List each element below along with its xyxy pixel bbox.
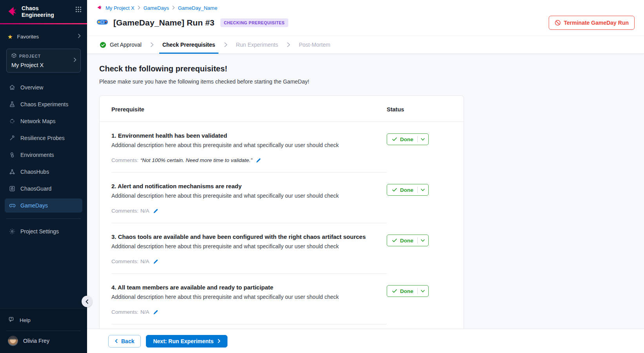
status-label: Done [400, 187, 413, 193]
sidebar-item-chaosguard[interactable]: ChaosGuard [5, 182, 82, 196]
table-header: Prerequisite Status [100, 96, 464, 122]
status-done-button[interactable]: Done [387, 184, 429, 196]
footer-actions: Back Next: Run Experiments [87, 329, 644, 353]
check-icon [392, 137, 397, 141]
chevron-down-icon[interactable] [421, 239, 425, 242]
sidebar-item-network-maps[interactable]: Network Maps [5, 114, 82, 128]
sidebar-item-project-settings[interactable]: Project Settings [5, 224, 82, 238]
sidebar-item-label: GameDays [20, 202, 48, 209]
probe-icon [9, 135, 16, 141]
comment-text: N/A [140, 258, 149, 264]
sidebar-collapse-button[interactable] [82, 296, 92, 307]
chevron-down-icon[interactable] [421, 290, 425, 293]
edit-comment-icon[interactable] [153, 259, 158, 264]
chevron-down-icon[interactable] [421, 189, 425, 191]
project-name: My Project X [11, 62, 73, 68]
help-label: Help [20, 317, 31, 323]
sidebar-item-chaos-experiments[interactable]: Chaos Experiments [5, 97, 82, 111]
status-label: Done [400, 136, 413, 142]
prerequisite-description: Additional description here about this p… [111, 142, 387, 148]
table-body: 1. Environment health has been validated… [100, 122, 464, 324]
content-subheading: Please make sure you have the following … [99, 78, 644, 85]
flask-icon [9, 101, 16, 107]
button-divider [417, 187, 418, 193]
chevron-right-icon [150, 42, 154, 47]
sidebar-item-label: Resilience Probes [20, 135, 65, 141]
comments-line: Comments:N/A [111, 309, 387, 315]
chevron-right-icon [172, 5, 175, 11]
run-stepper-tabs: Get ApprovalCheck PrerequisitesRun Exper… [87, 36, 644, 54]
user-menu[interactable]: Olivia Frey [0, 335, 87, 348]
sidebar-divider [6, 331, 81, 331]
sidebar-item-chaoshubs[interactable]: ChaosHubs [5, 165, 82, 179]
project-selector[interactable]: PROJECT My Project X [6, 49, 81, 73]
status-done-button[interactable]: Done [387, 285, 429, 297]
sidebar-item-label: ChaosGuard [20, 186, 51, 192]
tab-post-mortem[interactable]: Post-Mortem [296, 36, 333, 53]
guard-lock-icon [9, 186, 16, 192]
status-done-button[interactable]: Done [387, 235, 429, 246]
sidebar-bottom: ? Help Olivia Frey [0, 308, 87, 353]
sidebar-item-favorites[interactable]: ★ Favorites [0, 27, 87, 45]
module-grid-icon[interactable] [75, 6, 82, 14]
hub-icon [9, 169, 16, 175]
breadcrumb-chaos-icon [96, 5, 102, 11]
environments-icon [9, 152, 16, 158]
sidebar-divider [6, 218, 81, 219]
breadcrumb-link-gameday-name[interactable]: GameDay_Name [178, 5, 217, 11]
status-done-button[interactable]: Done [387, 133, 429, 145]
tab-label: Run Experiments [236, 42, 278, 48]
project-label: PROJECT [19, 54, 41, 58]
edit-comment-icon[interactable] [153, 208, 158, 214]
no-entry-icon [555, 20, 561, 26]
content-heading: Check the following prerequisites! [99, 64, 644, 73]
prerequisite-row: 1. Environment health has been validated… [100, 122, 464, 173]
content-scroll-area[interactable]: Check the following prerequisites! Pleas… [87, 54, 644, 329]
button-divider [417, 237, 418, 244]
sidebar-item-gamedays[interactable]: GameDays [5, 198, 82, 213]
check-icon [392, 188, 397, 192]
tab-run-experiments[interactable]: Run Experiments [233, 36, 281, 53]
tab-label: Get Approval [110, 42, 142, 48]
column-header-prerequisite: Prerequisite [111, 106, 387, 113]
network-map-icon [9, 118, 16, 124]
sidebar-nav: OverviewChaos ExperimentsNetwork MapsRes… [0, 80, 87, 215]
prerequisite-row: 2. Alert and notification mechanisms are… [100, 173, 464, 223]
sidebar-item-help[interactable]: ? Help [0, 313, 87, 328]
button-divider [417, 136, 418, 142]
prerequisite-description: Additional description here about this p… [111, 193, 387, 199]
status-label: Done [400, 288, 413, 294]
tab-get-approval[interactable]: Get Approval [96, 36, 145, 53]
svg-text:?: ? [11, 317, 12, 320]
page-header: My Project X GameDays GameDay_Name [Game… [87, 0, 644, 36]
next-run-experiments-button[interactable]: Next: Run Experiments [146, 335, 227, 348]
sidebar-item-label: Overview [20, 84, 43, 91]
check-icon [392, 238, 397, 242]
sidebar-item-resilience-probes[interactable]: Resilience Probes [5, 131, 82, 145]
sidebar-item-environments[interactable]: Environments [5, 148, 82, 162]
tab-label: Check Prerequisites [162, 42, 215, 48]
chevron-right-icon [224, 42, 227, 47]
chevron-right-icon [138, 5, 140, 11]
terminate-gameday-run-button[interactable]: Terminate GameDay Run [549, 16, 635, 30]
chevron-down-icon[interactable] [421, 138, 425, 141]
tab-check-prerequisites[interactable]: Check Prerequisites [159, 36, 218, 53]
prerequisite-description: Additional description here about this p… [111, 294, 387, 300]
page-title: [GameDay_Name] Run #3 [113, 18, 215, 27]
accent-divider [0, 23, 87, 24]
prerequisite-description: Additional description here about this p… [111, 243, 387, 249]
chevron-left-icon [115, 339, 118, 343]
breadcrumb-link-gamedays[interactable]: GameDays [144, 5, 169, 11]
sidebar: ChaosEngineering ★ Favorites PROJECT My … [0, 0, 87, 353]
back-button[interactable]: Back [108, 335, 141, 348]
prerequisite-title: 2. Alert and notification mechanisms are… [111, 183, 387, 189]
main-area: My Project X GameDays GameDay_Name [Game… [87, 0, 644, 353]
edit-comment-icon[interactable] [256, 158, 261, 163]
home-icon [9, 84, 16, 91]
sidebar-item-overview[interactable]: Overview [5, 80, 82, 95]
breadcrumb-link-project[interactable]: My Project X [106, 5, 135, 11]
prerequisites-card: Prerequisite Status 1. Environment healt… [99, 95, 464, 329]
star-icon: ★ [7, 34, 13, 40]
project-settings-label: Project Settings [20, 228, 59, 235]
edit-comment-icon[interactable] [153, 309, 158, 315]
